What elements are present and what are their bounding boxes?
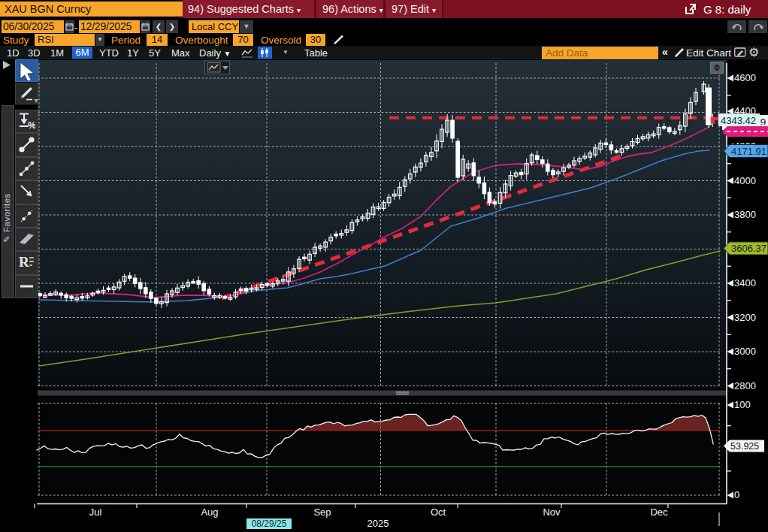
svg-text:Sep: Sep: [313, 506, 331, 518]
svg-text:Nov: Nov: [543, 506, 561, 518]
svg-text:Aug: Aug: [201, 506, 218, 518]
svg-text:4600: 4600: [734, 72, 756, 83]
svg-text:2800: 2800: [734, 380, 756, 391]
svg-text:4171.91: 4171.91: [731, 146, 766, 157]
svg-text:4343.42: 4343.42: [721, 115, 756, 126]
svg-text:R: R: [19, 254, 29, 270]
svg-text:3800: 3800: [734, 209, 756, 220]
svg-text:3200: 3200: [734, 312, 756, 323]
svg-text:3606.37: 3606.37: [731, 243, 766, 254]
svg-text:3000: 3000: [734, 346, 756, 357]
svg-text:53.925: 53.925: [730, 441, 759, 452]
svg-text:Jul: Jul: [89, 506, 102, 518]
svg-text:4000: 4000: [734, 175, 756, 186]
svg-text:08/29/25: 08/29/25: [252, 518, 287, 529]
svg-text:100: 100: [734, 399, 751, 410]
svg-text:Dec: Dec: [650, 506, 668, 518]
svg-text:%: %: [28, 120, 35, 130]
svg-text:3400: 3400: [734, 277, 756, 289]
svg-text:Oct: Oct: [431, 506, 446, 518]
svg-text:2025: 2025: [367, 518, 389, 529]
svg-text:0: 0: [734, 489, 739, 500]
